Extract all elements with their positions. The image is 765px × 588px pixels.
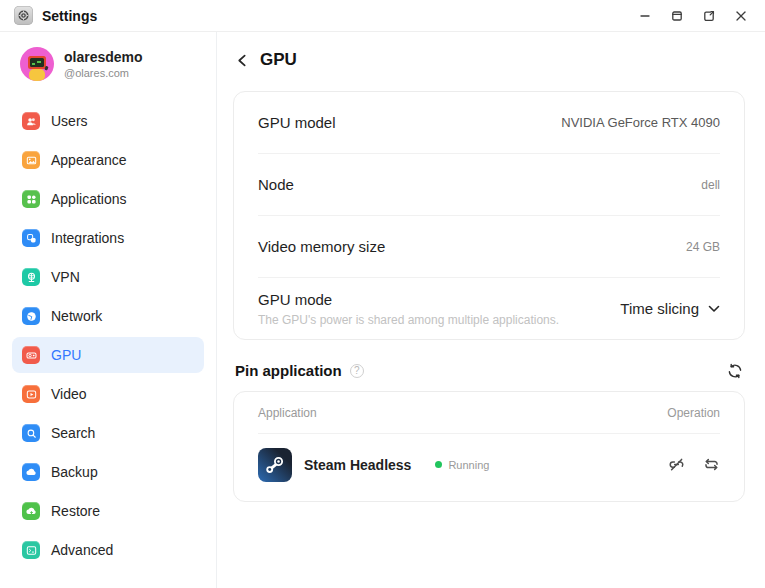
sidebar-item-gpu[interactable]: GPU [12,337,204,373]
page-header: GPU [233,46,745,74]
row-value: 24 GB [686,240,720,254]
sidebar: olaresdemo @olares.com UsersAppearanceAp… [0,32,217,588]
close-icon [735,10,747,22]
column-operation: Operation [667,406,720,420]
gpu-icon [22,346,40,364]
setting-row: GPU modelNVIDIA GeForce RTX 4090 [234,92,744,153]
operation-buttons [668,456,720,473]
advanced-icon [22,541,40,559]
unbind-icon [668,456,685,473]
help-icon[interactable]: ? [350,364,364,378]
open-in-new-icon [703,10,715,22]
row-label: GPU model [258,114,336,131]
settings-app-icon [14,6,33,25]
status-text: Running [448,459,489,471]
status-badge: Running [435,459,489,471]
integrations-icon [22,229,40,247]
sidebar-item-label: Search [51,425,95,441]
gpu-info-card: GPU modelNVIDIA GeForce RTX 4090Nodedell… [233,91,745,340]
table-row: Steam Headless Running [234,434,744,495]
sidebar-menu: UsersAppearanceApplicationsIntegrationsV… [0,103,216,568]
row-label: Node [258,176,294,193]
users-icon [22,112,40,130]
sidebar-item-vpn[interactable]: VPN [12,259,204,295]
restore-icon [671,10,683,22]
pin-application-header: Pin application ? [235,362,743,379]
row-label-block: Node [258,176,294,193]
row-label-block: Video memory size [258,238,385,255]
select-value: Time slicing [620,300,699,317]
sidebar-item-restore[interactable]: Restore [12,493,204,529]
gpu-mode-select[interactable]: Time slicing [620,300,720,317]
row-value: NVIDIA GeForce RTX 4090 [561,115,720,130]
sidebar-item-label: Network [51,308,102,324]
sidebar-item-applications[interactable]: Applications [12,181,204,217]
restart-icon [703,456,720,473]
vpn-icon [22,268,40,286]
row-value: dell [701,178,720,192]
network-icon [22,307,40,325]
column-application: Application [258,406,317,420]
sidebar-item-label: Integrations [51,230,124,246]
sidebar-item-integrations[interactable]: Integrations [12,220,204,256]
sidebar-item-video[interactable]: Video [12,376,204,412]
sidebar-item-label: Backup [51,464,98,480]
sidebar-item-label: Video [51,386,87,402]
applications-icon [22,190,40,208]
video-icon [22,385,40,403]
window-title: Settings [42,8,97,24]
sidebar-item-label: Applications [51,191,127,207]
appearance-icon [22,151,40,169]
row-label-block: GPU modeThe GPU's power is shared among … [258,291,559,327]
popout-button[interactable] [699,6,719,26]
setting-row: Video memory size24 GB [234,216,744,277]
sidebar-item-search[interactable]: Search [12,415,204,451]
table-header: Application Operation [234,392,744,433]
minimize-button[interactable] [635,6,655,26]
user-handle: @olares.com [64,67,143,79]
unbind-button[interactable] [668,456,685,473]
page-title: GPU [260,50,297,70]
minimize-icon [639,10,651,22]
row-label: Video memory size [258,238,385,255]
user-profile[interactable]: olaresdemo @olares.com [0,47,216,81]
sidebar-item-label: Restore [51,503,100,519]
chevron-down-icon [708,305,720,313]
backup-icon [22,463,40,481]
sidebar-item-backup[interactable]: Backup [12,454,204,490]
pin-application-table: Application Operation Steam Headless Run… [233,391,745,502]
user-info: olaresdemo @olares.com [64,49,143,79]
close-button[interactable] [731,6,751,26]
sidebar-item-advanced[interactable]: Advanced [12,532,204,568]
application-cell: Steam Headless [258,448,411,482]
running-dot [435,461,442,468]
sidebar-item-label: VPN [51,269,80,285]
title-bar: Settings [0,0,765,32]
row-label-block: GPU model [258,114,336,131]
application-name: Steam Headless [304,457,411,473]
sidebar-item-appearance[interactable]: Appearance [12,142,204,178]
section-title: Pin application [235,362,342,379]
restore-button[interactable] [667,6,687,26]
setting-row: GPU modeThe GPU's power is shared among … [234,278,744,339]
restore-cloud-icon [22,502,40,520]
avatar [20,47,54,81]
content: GPU GPU modelNVIDIA GeForce RTX 4090Node… [217,32,765,588]
back-button[interactable] [233,51,251,69]
restart-button[interactable] [703,456,720,473]
sidebar-item-network[interactable]: Network [12,298,204,334]
row-sublabel: The GPU's power is shared among multiple… [258,313,559,327]
setting-row: Nodedell [234,154,744,215]
sidebar-item-label: Users [51,113,88,129]
window-controls [635,6,751,26]
sidebar-item-users[interactable]: Users [12,103,204,139]
row-label: GPU mode [258,291,559,308]
sidebar-item-label: GPU [51,347,81,363]
refresh-icon[interactable] [727,363,743,379]
sidebar-item-label: Appearance [51,152,127,168]
user-name: olaresdemo [64,49,143,66]
search-icon [22,424,40,442]
sidebar-item-label: Advanced [51,542,113,558]
steam-app-icon [258,448,292,482]
